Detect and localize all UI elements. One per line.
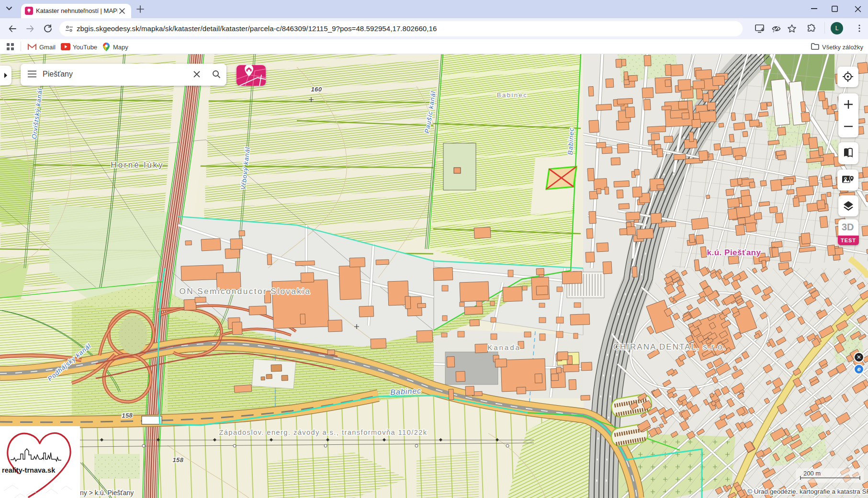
svg-text:Západoslov. energ. závody a.s.: Západoslov. energ. závody a.s., transfor… [219,429,427,436]
svg-text:Babinec: Babinec [497,91,528,99]
svg-text:Babinec: Babinec [390,386,422,396]
svg-text:ON Semiconductor Slovakia: ON Semiconductor Slovakia [179,287,311,296]
svg-text:Horné lúky: Horné lúky [111,160,164,170]
svg-text:158: 158 [172,456,183,464]
svg-text:reality-trnava.sk: reality-trnava.sk [2,466,56,474]
svg-text:Babinec: Babinec [566,127,575,155]
svg-text:CHIRANA DENTAL, s.r.o.: CHIRANA DENTAL, s.r.o. [613,342,726,351]
svg-text:k.ú. Piešťany: k.ú. Piešťany [707,248,761,257]
svg-text:Kanada: Kanada [487,343,521,351]
svg-text:200 m: 200 m [803,470,821,477]
svg-text:© Úrad geodézie, kartografie a: © Úrad geodézie, kartografie a katastra … [747,488,868,495]
svg-text:158: 158 [122,411,133,419]
svg-text:160: 160 [311,86,322,93]
svg-text:ny > k.ú. Piešťany: ny > k.ú. Piešťany [80,489,134,497]
